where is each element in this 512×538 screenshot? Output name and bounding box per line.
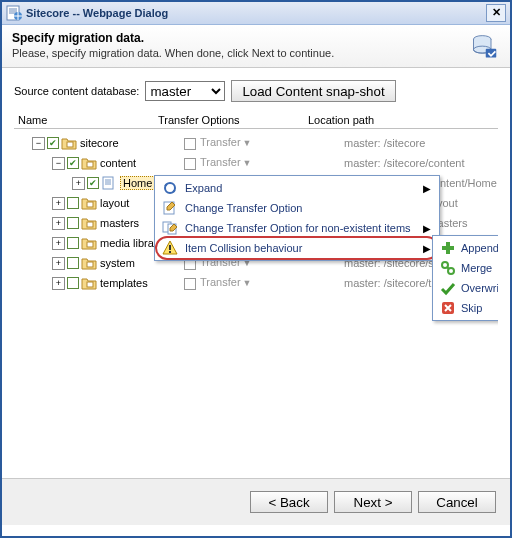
- document-icon: [101, 176, 117, 190]
- folder-icon: [81, 156, 97, 170]
- content-tree[interactable]: −sitecoreTransfer▼master: /sitecore−cont…: [14, 129, 498, 463]
- expand-toggle[interactable]: −: [52, 157, 65, 170]
- footer: < Back Next > Cancel: [2, 478, 510, 525]
- db-row: Source content database: master Load Con…: [14, 80, 498, 102]
- svg-rect-8: [87, 202, 93, 207]
- cto-icon: [161, 200, 179, 216]
- database-icon: [470, 33, 498, 61]
- context-menu[interactable]: Expand▶Change Transfer OptionChange Tran…: [154, 175, 440, 261]
- expand-toggle[interactable]: +: [72, 177, 85, 190]
- submenu-item-skip[interactable]: Skip: [435, 298, 498, 318]
- checkbox[interactable]: [67, 217, 79, 229]
- svg-rect-12: [87, 282, 93, 287]
- header-panel: Specify migration data. Please, specify …: [2, 25, 510, 68]
- submenu-label: Overwrite: [461, 282, 498, 294]
- title-bar: Sitecore -- Webpage Dialog ✕: [2, 2, 510, 25]
- expand-toggle[interactable]: +: [52, 277, 65, 290]
- back-button[interactable]: < Back: [250, 491, 328, 513]
- submenu-label: Skip: [461, 302, 482, 314]
- column-headers: Name Transfer Options Location path: [14, 112, 498, 129]
- submenu-label: Append: [461, 242, 498, 254]
- expand-toggle[interactable]: +: [52, 217, 65, 230]
- coll-icon: [161, 240, 179, 256]
- col-transfer: Transfer Options: [158, 114, 308, 126]
- svg-rect-19: [442, 246, 454, 250]
- svg-rect-16: [169, 245, 171, 250]
- db-label: Source content database:: [14, 85, 139, 97]
- submenu-arrow-icon: ▶: [423, 223, 431, 234]
- svg-rect-6: [87, 162, 93, 167]
- node-label: content: [100, 157, 136, 169]
- tree-row-sitecore[interactable]: −sitecoreTransfer▼master: /sitecore: [14, 133, 498, 153]
- node-label: sitecore: [80, 137, 119, 149]
- node-label: layout: [100, 197, 129, 209]
- tree-row-templates[interactable]: +templatesTransfer▼master: /sitecore/tem…: [14, 273, 498, 293]
- folder-icon: [81, 216, 97, 230]
- svg-rect-11: [87, 262, 93, 267]
- append-icon: [439, 240, 457, 256]
- folder-icon: [81, 256, 97, 270]
- svg-rect-7: [103, 177, 113, 189]
- close-button[interactable]: ✕: [486, 4, 506, 22]
- submenu-item-overwrite[interactable]: Overwrite: [435, 278, 498, 298]
- title-text: Sitecore -- Webpage Dialog: [26, 7, 486, 19]
- transfer-cell[interactable]: Transfer▼: [184, 156, 251, 169]
- collision-submenu[interactable]: AppendMergeOverwriteSkip: [432, 235, 498, 321]
- cancel-button[interactable]: Cancel: [418, 491, 496, 513]
- menu-item-cto[interactable]: Change Transfer Option: [157, 198, 437, 218]
- svg-rect-17: [169, 251, 171, 253]
- path-cell: master: /sitecore: [344, 137, 425, 149]
- menu-item-coll[interactable]: Item Collision behaviour▶: [157, 238, 437, 258]
- dialog-window: Sitecore -- Webpage Dialog ✕ Specify mig…: [0, 0, 512, 538]
- expand-toggle[interactable]: +: [52, 237, 65, 250]
- db-select[interactable]: master: [145, 81, 225, 101]
- submenu-arrow-icon: ▶: [423, 183, 431, 194]
- checkbox[interactable]: [67, 257, 79, 269]
- submenu-item-merge[interactable]: Merge: [435, 258, 498, 278]
- checkbox[interactable]: [67, 157, 79, 169]
- tree-row-content[interactable]: −contentTransfer▼master: /sitecore/conte…: [14, 153, 498, 173]
- header-title: Specify migration data.: [12, 31, 500, 45]
- skip-icon: [439, 300, 457, 316]
- expand-toggle[interactable]: +: [52, 197, 65, 210]
- node-label: Home: [120, 176, 155, 190]
- ie-page-icon: [6, 5, 22, 21]
- path-cell: master: /sitecore/content: [344, 157, 464, 169]
- menu-label: Item Collision behaviour: [185, 242, 302, 254]
- col-location: Location path: [308, 114, 498, 126]
- merge-icon: [439, 260, 457, 276]
- transfer-cell[interactable]: Transfer▼: [184, 136, 251, 149]
- load-snapshot-button[interactable]: Load Content snap-shot: [231, 80, 395, 102]
- checkbox[interactable]: [67, 277, 79, 289]
- expand-toggle[interactable]: −: [32, 137, 45, 150]
- header-subtitle: Please, specify migration data. When don…: [12, 47, 500, 59]
- node-label: system: [100, 257, 135, 269]
- menu-label: Expand: [185, 182, 222, 194]
- folder-icon: [81, 236, 97, 250]
- node-label: templates: [100, 277, 148, 289]
- menu-label: Change Transfer Option for non-existent …: [185, 222, 411, 234]
- menu-item-expand[interactable]: Expand▶: [157, 178, 437, 198]
- node-label: masters: [100, 217, 139, 229]
- overwrite-icon: [439, 280, 457, 296]
- submenu-label: Merge: [461, 262, 492, 274]
- checkbox[interactable]: [47, 137, 59, 149]
- checkbox[interactable]: [87, 177, 99, 189]
- next-button[interactable]: Next >: [334, 491, 412, 513]
- transfer-cell[interactable]: Transfer▼: [184, 276, 251, 289]
- ctone-icon: [161, 220, 179, 236]
- svg-rect-9: [87, 222, 93, 227]
- checkbox[interactable]: [67, 237, 79, 249]
- checkbox[interactable]: [67, 197, 79, 209]
- expand-toggle[interactable]: +: [52, 257, 65, 270]
- submenu-arrow-icon: ▶: [423, 243, 431, 254]
- col-name: Name: [14, 114, 158, 126]
- expand-icon: [161, 180, 179, 196]
- menu-item-ctone[interactable]: Change Transfer Option for non-existent …: [157, 218, 437, 238]
- svg-rect-10: [87, 242, 93, 247]
- folder-icon: [81, 276, 97, 290]
- folder-icon: [61, 136, 77, 150]
- menu-label: Change Transfer Option: [185, 202, 302, 214]
- folder-icon: [81, 196, 97, 210]
- submenu-item-append[interactable]: Append: [435, 238, 498, 258]
